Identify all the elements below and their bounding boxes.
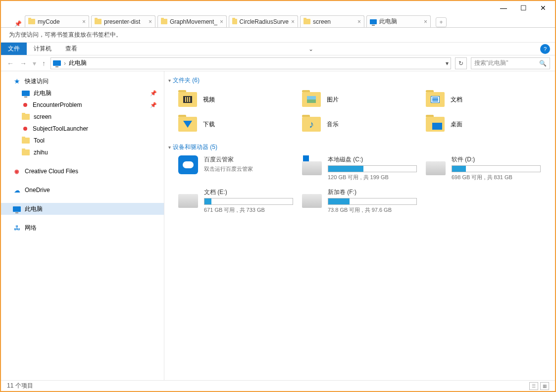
view-details-button[interactable]: ☰ [529,382,538,390]
search-input[interactable]: 搜索"此电脑" 🔍 [471,57,550,69]
drive-icon [302,161,322,175]
nav-up-button[interactable]: ↑ [41,59,47,67]
pc-icon [13,206,21,212]
ribbon-collapse-icon[interactable]: ⌄ [308,46,313,52]
tab-close-icon[interactable]: × [424,18,427,25]
usage-bar [328,198,417,205]
folder-label: 音乐 [327,120,339,129]
menu-computer[interactable]: 计算机 [27,45,58,53]
close-button[interactable]: ✕ [533,2,553,14]
sidebar-creative-cloud[interactable]: ◉ Creative Cloud Files [1,165,164,177]
folder-icon [303,19,310,24]
breadcrumb-sep: › [64,60,66,67]
tab-label: myCode [38,18,60,25]
folder-item[interactable]: 视频 [178,89,302,110]
minimize-button[interactable]: — [494,2,513,14]
folder-icon [302,92,321,107]
tab-close-icon[interactable]: × [149,18,152,25]
bookmark-hint: 为方便访问，可将书签直接放在书签栏中。 [1,28,555,43]
sidebar-item[interactable]: screen [1,111,164,123]
folder-icon [232,19,237,24]
help-button[interactable]: ? [540,44,550,54]
menu-view[interactable]: 查看 [58,45,84,53]
folder-item[interactable]: 图片 [302,89,426,110]
pc-icon [53,60,61,66]
refresh-button[interactable]: ↻ [455,57,467,69]
usage-bar [204,198,293,205]
section-label: 文件夹 (6) [173,76,200,85]
folder-icon [22,138,30,144]
tab-label: 此电脑 [379,17,397,26]
tab-close-icon[interactable]: × [357,18,361,25]
sidebar-item-label: 此电脑 [34,89,51,98]
drive-stat: 671 GB 可用 , 共 733 GB [204,206,302,214]
nav-recent-icon[interactable]: ▾ [32,59,37,67]
sidebar-item[interactable]: 此电脑📌 [1,87,164,99]
folder-label: 下载 [203,120,215,129]
section-folders[interactable]: ▾ 文件夹 (6) [168,76,551,85]
drive-name: 百度云管家 [204,155,302,164]
section-drives[interactable]: ▾ 设备和驱动器 (5) [168,143,551,151]
drive-item[interactable]: 软件 (D:)698 GB 可用 , 共 831 GB [426,155,550,181]
drive-name: 新加卷 (F:) [328,188,426,196]
search-placeholder: 搜索"此电脑" [474,59,508,67]
tab-this-pc[interactable]: 此电脑 × [366,15,431,27]
drive-item[interactable]: 新加卷 (F:)73.8 GB 可用 , 共 97.6 GB [302,188,426,214]
drive-stat: 73.8 GB 可用 , 共 97.6 GB [328,206,426,214]
sidebar-label: Creative Cloud Files [25,168,78,175]
sidebar-item[interactable]: SubjectToolLauncher [1,123,164,135]
folder-item[interactable]: 桌面 [426,113,550,135]
drive-icon [178,194,198,208]
breadcrumb[interactable]: 此电脑 [69,59,87,67]
creative-cloud-icon: ◉ [13,167,21,175]
sidebar-onedrive[interactable]: ☁ OneDrive [1,184,164,196]
nav-forward-button[interactable]: → [19,59,28,67]
tab-folder[interactable]: myCode× [25,15,89,27]
folder-icon [22,149,30,155]
folder-item[interactable]: 文档 [426,89,550,110]
nav-row: ← → ▾ ↑ › 此电脑 ▾ ↻ 搜索"此电脑" 🔍 [1,55,555,71]
maximize-button[interactable]: ☐ [513,2,533,14]
address-bar[interactable]: › 此电脑 ▾ [51,57,451,69]
cloud-icon [178,155,198,174]
sidebar-label: 此电脑 [25,205,43,213]
folder-icon [161,19,167,24]
drive-name: 文档 (E:) [204,188,302,196]
tab-folder[interactable]: GraphMovement_× [157,15,227,27]
drive-baidu-cloud[interactable]: 百度云管家 双击运行百度云管家 [178,155,302,181]
usage-bar [452,165,541,172]
sidebar-item[interactable]: zhihu [1,147,164,158]
tab-close-icon[interactable]: × [220,18,223,25]
folder-label: 桌面 [451,120,462,129]
tab-label: screen [313,18,331,25]
drive-item[interactable]: 本地磁盘 (C:)120 GB 可用 , 共 199 GB [302,155,426,181]
tab-folder[interactable]: CircleRadiusSurve× [229,15,298,27]
folder-label: 文档 [451,96,462,104]
tab-folder[interactable]: screen× [300,15,364,27]
folder-item[interactable]: ♪音乐 [302,113,426,135]
tab-folder[interactable]: presenter-dist× [91,15,155,27]
folder-label: 图片 [327,96,339,104]
sidebar-quick-access[interactable]: ★ 快速访问 [1,75,164,87]
folder-item[interactable]: 下载 [178,113,302,135]
sidebar-this-pc[interactable]: 此电脑 [1,203,164,215]
nav-back-button[interactable]: ← [6,59,15,67]
menu-file[interactable]: 文件 [1,43,27,55]
new-tab-button[interactable]: + [436,17,447,27]
folder-label: 视频 [203,96,215,104]
ribbon-menu: 文件 计算机 查看 ⌄ ? [1,43,555,55]
content-pane: ▾ 文件夹 (6) 视频图片文档下载♪音乐桌面 ▾ 设备和驱动器 (5) 百度云… [164,71,555,380]
folder-icon [178,117,197,132]
drive-item[interactable]: 文档 (E:)671 GB 可用 , 共 733 GB [178,188,302,214]
view-icons-button[interactable]: ▦ [540,382,549,390]
app-icon [22,125,29,132]
sidebar-item[interactable]: EncounterProblem📌 [1,99,164,111]
address-dropdown-icon[interactable]: ▾ [446,60,449,67]
sidebar-network[interactable]: 🖧 网络 [1,222,164,234]
tab-close-icon[interactable]: × [291,18,295,25]
pc-icon [22,91,30,96]
tab-close-icon[interactable]: × [82,18,86,25]
sidebar-item[interactable]: Tool [1,135,164,147]
sidebar-item-label: screen [34,113,51,120]
tab-label: CircleRadiusSurve [240,18,289,25]
